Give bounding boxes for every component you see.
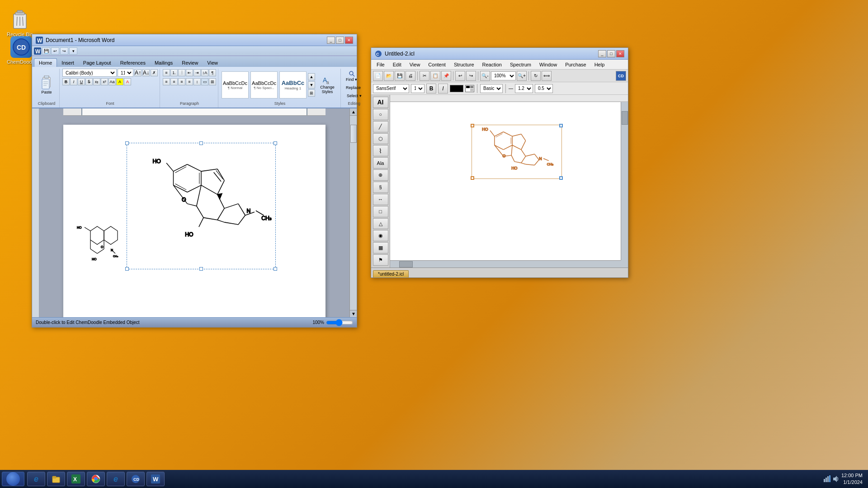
selection-handle-tm[interactable] xyxy=(199,141,203,145)
cd-tool-section[interactable]: § xyxy=(373,182,388,193)
cd-tool-select[interactable]: AI xyxy=(373,97,388,108)
scrollbar-up-button[interactable]: ▲ xyxy=(350,108,357,116)
cd-drawing-canvas[interactable]: O N xyxy=(390,102,621,260)
selection-handle-tr[interactable] xyxy=(274,141,277,145)
selection-handle-bl[interactable] xyxy=(125,267,129,271)
cd-zoom-out-btn[interactable]: 🔍- xyxy=(480,71,490,81)
bullets-button[interactable]: ≡ xyxy=(163,69,170,76)
chem-selected-container[interactable]: O N xyxy=(127,143,276,269)
clear-format-btn[interactable]: ✗ xyxy=(151,69,158,76)
font-style-btn[interactable]: Aa xyxy=(108,78,116,85)
replace-button[interactable]: Replace xyxy=(344,84,363,91)
cd-scrollbar-vertical[interactable] xyxy=(621,102,628,260)
cd-copy-btn[interactable]: 📋 xyxy=(430,71,440,81)
bold-button[interactable]: B xyxy=(62,78,70,85)
cd-menu-view[interactable]: View xyxy=(406,61,424,68)
scrollbar-thumb[interactable] xyxy=(350,125,357,143)
cd-zoom-select[interactable]: 100% xyxy=(491,71,516,80)
border-button[interactable]: ⊞ xyxy=(209,78,216,85)
font-family-select[interactable]: Calibri (Body) xyxy=(62,69,117,77)
sort-button[interactable]: ↕A xyxy=(201,69,208,76)
start-button[interactable] xyxy=(2,472,24,486)
cd-handle-br[interactable] xyxy=(559,176,563,180)
cd-hscroll-thumb[interactable] xyxy=(399,261,413,267)
cd-zoom-in-btn[interactable]: 🔍+ xyxy=(517,71,527,81)
cd-color-swatch[interactable] xyxy=(450,85,463,92)
word-scroll-area[interactable]: O N CH₃ HO HO xyxy=(39,108,349,317)
numbering-button[interactable]: 1. xyxy=(170,69,178,76)
styles-more[interactable]: ⊞ xyxy=(308,89,315,97)
quick-save-button[interactable]: 💾 xyxy=(42,47,50,55)
styles-scroll-up[interactable]: ▲ xyxy=(308,73,315,80)
word-minimize-button[interactable]: _ xyxy=(327,37,335,44)
tab-references[interactable]: References xyxy=(116,59,150,67)
show-paragraph-button[interactable]: ¶ xyxy=(209,69,216,76)
cd-canvas-area[interactable]: O N xyxy=(390,95,628,267)
cd-handle-bl[interactable] xyxy=(471,176,474,180)
cd-font-family[interactable]: SansSerif xyxy=(373,84,409,93)
cd-tool-chain[interactable]: ⌇ xyxy=(373,145,388,156)
cd-menu-reaction[interactable]: Reaction xyxy=(479,61,505,68)
taskbar-word-task-button[interactable]: W xyxy=(146,472,165,486)
cd-text-bold[interactable]: B xyxy=(426,84,436,94)
taskbar-excel-button[interactable]: X xyxy=(67,472,85,486)
cd-tool-triangle[interactable]: △ xyxy=(373,218,388,230)
selection-handle-bm[interactable] xyxy=(199,267,203,271)
subscript-button[interactable]: x₂ xyxy=(93,78,100,85)
find-button[interactable]: Find ▾ xyxy=(344,69,359,83)
decrease-font-btn[interactable]: A↓ xyxy=(142,69,150,76)
tab-page-layout[interactable]: Page Layout xyxy=(79,59,116,67)
align-center-button[interactable]: ≡ xyxy=(170,78,178,85)
cd-bond-width1[interactable]: 1.2 xyxy=(515,84,533,93)
word-scrollbar[interactable]: ▲ ▼ xyxy=(349,108,357,317)
change-styles-button[interactable]: A a Change Styles xyxy=(316,71,339,99)
scrollbar-down-button[interactable]: ▼ xyxy=(350,310,357,317)
taskbar-explorer-button[interactable] xyxy=(47,472,65,486)
word-restore-button[interactable]: □ xyxy=(336,37,344,44)
cd-tool-ring[interactable]: ⬡ xyxy=(373,133,388,145)
tab-insert[interactable]: Insert xyxy=(57,59,79,67)
cd-tool-bond[interactable]: ╱ xyxy=(373,121,388,132)
cd-vscroll-thumb[interactable] xyxy=(622,111,628,125)
cd-color-picker[interactable] xyxy=(465,85,474,92)
cd-tool-flag[interactable]: ⚑ xyxy=(373,254,388,266)
italic-button[interactable]: I xyxy=(70,78,77,85)
cd-bond-width2[interactable]: 0.5 xyxy=(535,84,553,93)
styles-scroll-down[interactable]: ▼ xyxy=(308,81,315,89)
decrease-indent-button[interactable]: ⇤ xyxy=(186,69,193,76)
cd-close-button[interactable]: ✕ xyxy=(616,50,624,57)
cd-handle-tl[interactable] xyxy=(471,124,474,127)
cd-file-tab[interactable]: *untitled-2.icl xyxy=(373,270,409,277)
cd-tool-text[interactable]: Ala xyxy=(373,157,388,169)
cd-font-size[interactable]: 14 xyxy=(411,84,425,93)
quick-undo-button[interactable]: ↩ xyxy=(51,47,59,55)
tab-review[interactable]: Review xyxy=(177,59,203,67)
zoom-slider[interactable] xyxy=(326,320,353,325)
cd-flip-btn[interactable]: ⟺ xyxy=(542,71,552,81)
selection-handle-tl[interactable] xyxy=(125,141,129,145)
cd-open-btn[interactable]: 📂 xyxy=(384,71,394,81)
increase-font-btn[interactable]: A↑ xyxy=(134,69,142,76)
cd-rotate-btn[interactable]: ↻ xyxy=(531,71,541,81)
cd-tool-arrow[interactable]: ↔ xyxy=(373,194,388,205)
font-size-select[interactable]: 11 xyxy=(118,69,133,77)
cd-tool-circle[interactable]: ○ xyxy=(373,109,388,120)
cd-restore-button[interactable]: □ xyxy=(607,50,615,57)
cd-menu-window[interactable]: Window xyxy=(536,61,561,68)
cd-chemdoodle-logo[interactable]: CD xyxy=(616,71,626,81)
cd-tool-table[interactable]: ▦ xyxy=(373,242,388,253)
tab-mailings[interactable]: Mailings xyxy=(150,59,177,67)
tab-home[interactable]: Home xyxy=(34,58,57,67)
taskbar-chemdoodle-task-button[interactable]: CD xyxy=(127,472,145,486)
cd-menu-file[interactable]: File xyxy=(373,61,388,68)
justify-button[interactable]: ≡ xyxy=(186,78,193,85)
taskbar-ie-button[interactable]: e xyxy=(27,472,45,486)
cd-text-italic[interactable]: I xyxy=(438,84,448,94)
cd-new-btn[interactable]: 📄 xyxy=(373,71,383,81)
increase-indent-button[interactable]: ⇥ xyxy=(193,69,201,76)
style-heading1[interactable]: AaBbCc Heading 1 xyxy=(279,71,307,99)
align-left-button[interactable]: ≡ xyxy=(163,78,170,85)
quick-redo-button[interactable]: ↪ xyxy=(60,47,68,55)
taskbar-ie2-button[interactable]: e xyxy=(107,472,125,486)
style-normal[interactable]: AaBbCcDc ¶ Normal xyxy=(222,71,249,99)
